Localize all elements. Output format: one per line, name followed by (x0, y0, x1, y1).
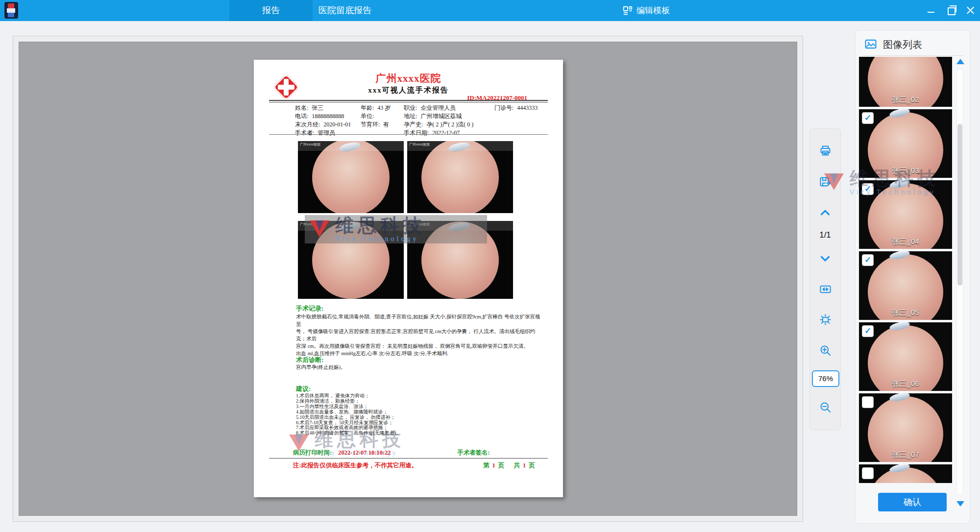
zoom-out-button[interactable] (815, 397, 835, 417)
header-divider (862, 55, 963, 56)
thumbnail-checkbox[interactable] (862, 467, 874, 479)
patient-field: 节育环:有 (361, 121, 404, 129)
disclaimer-note: 注:此报告仅供临床医生参考，不作其它用途。 (293, 461, 417, 470)
suggestion-item: 5.10天后阴道出血未止， 应复诊， 勿擅进补； (296, 415, 543, 420)
in-image-watermark: 广州xxxx医院 (409, 142, 430, 147)
diagnosis-heading: 术后诊断: (296, 356, 323, 364)
thumbnail-label: 张三_03 (859, 166, 952, 175)
thumbnail-checkbox[interactable] (862, 183, 874, 195)
surgery-record-body: 术中取膀胱截石位,常规消毒外阴、阴道,查子宫前位,如妊娠 天大小,探针探宫腔9c… (296, 313, 543, 357)
in-image-watermark: 广州xxxx医院 (300, 142, 320, 147)
suggestion-item: 4.如阴道出血量多、发热、腹痛随时就诊； (296, 410, 543, 415)
page-indicator: 1/1 (810, 230, 840, 240)
thumbnail-checkbox[interactable] (862, 254, 874, 266)
thumbnail-label: 张三_06 (859, 379, 952, 388)
tab-report[interactable]: 报告 (229, 0, 313, 21)
patient-field: 手术日期:2022-12-07 (404, 129, 494, 137)
report-viewport: 广州xxxx医院 xxx可视人流手术报告 ID:MA20221207-0001 … (19, 42, 797, 516)
app-window: 报告 医院留底报告 编辑模板 广州xxxx医院 xxx (0, 0, 980, 532)
report-viewer-frame: 广州xxxx医院 xxx可视人流手术报告 ID:MA20221207-0001 … (13, 36, 803, 522)
window-controls (921, 0, 980, 21)
diagnosis-text: 宫内早孕(终止妊娠)。 (296, 364, 346, 371)
suggestions-heading: 建议: (296, 385, 311, 393)
scroll-down-icon[interactable] (956, 501, 964, 507)
patient-field: 孕产史:孕( 2 )产( 2 )流( 0 ) (404, 121, 494, 129)
patient-field: 末次月经:2020-01-01 (295, 121, 361, 129)
surgery-record-heading: 手术记录: (296, 304, 323, 313)
header-rule (269, 100, 548, 102)
patient-field: 职业:企业管理人员 (404, 104, 494, 112)
endoscope-image: 广州xxxx医院 (298, 141, 404, 213)
report-page: 广州xxxx医院 xxx可视人流手术报告 ID:MA20221207-0001 … (254, 60, 563, 497)
thumbnail-checkbox[interactable] (862, 325, 874, 337)
record-line: 术中取膀胱截石位,常规消毒外阴、阴道,查子宫前位,如妊娠 天大小,探针探宫腔9c… (296, 313, 543, 328)
save-export-button[interactable] (815, 172, 835, 192)
print-button[interactable] (815, 141, 835, 160)
patient-row: 电话:18888888888单位:地址:广州增城区荔城 (295, 112, 553, 121)
print-time-value: 2022-12-07 18:10:22 (338, 449, 391, 456)
patient-field: 姓名:张三 (295, 104, 361, 112)
thumbnail-item[interactable]: 张三_03 (859, 109, 952, 178)
scroll-up-icon[interactable] (956, 59, 964, 64)
patient-field (361, 129, 404, 137)
endoscope-image: 广州xxxx医院 (298, 221, 404, 299)
zoom-in-button[interactable] (815, 340, 835, 360)
in-image-watermark: 广州xxxx医院 (409, 222, 430, 227)
patient-field: 地址:广州增城区荔城 (404, 112, 494, 121)
image-list-header: 图像列表 (856, 35, 970, 55)
endoscope-image-grid: 广州xxxx医院 广州xxxx医院 广州xxxx医院 广州xxxx医院 (298, 141, 514, 299)
endoscope-image: 广州xxxx医院 (407, 221, 513, 299)
zoom-level-indicator: 76% (812, 370, 839, 387)
thumbnail-label: 张三_07 (859, 450, 952, 459)
image-list-icon (864, 37, 878, 51)
edit-template-button[interactable]: 编辑模板 (622, 0, 670, 21)
confirm-button[interactable]: 确认 (878, 493, 947, 511)
fit-screen-button[interactable] (815, 310, 835, 329)
hospital-name: 广州xxxx医院 (254, 72, 563, 85)
thumbnail-item[interactable]: 张三_05 (859, 251, 952, 320)
page-info: 第1页 共1页 (483, 461, 536, 470)
patient-field: 单位: (361, 112, 404, 121)
patient-rule (269, 134, 548, 135)
thumbnail-label: 张三_05 (859, 308, 952, 317)
patient-field: 门诊号:4443333 (494, 104, 538, 112)
footer-rule (269, 458, 548, 459)
restore-icon[interactable] (941, 0, 960, 21)
in-image-watermark: 广州xxxx医院 (300, 222, 320, 227)
record-line: 出血 ml,血压维持于 mmHg左右,心率 次/分左右,呼吸 次/分,手术顺利. (296, 350, 543, 357)
surgeon-signature-label: 手术者签名: (457, 449, 490, 457)
image-list-panel: 图像列表 张三_02 张三_03 (855, 30, 970, 524)
thumbnail-checkbox[interactable] (862, 112, 874, 124)
endoscope-image: 广州xxxx医院 (407, 141, 513, 213)
record-line: 宫深 cm。再次用摄像吸引管探查宫腔： 未见明显妊娠物残留， 双侧宫角可见,双输… (296, 342, 543, 350)
scrollbar-thumb[interactable] (957, 124, 962, 286)
suggestions-list: 1.术后休息两周， 避免体力劳动；2.保持外阴清洁， 勤换经垫；3.一月内禁性生… (296, 393, 543, 436)
patient-field: 年龄:43 岁 (361, 104, 404, 112)
thumbnail-item[interactable]: 张三_02 (859, 57, 952, 107)
patient-row: 末次月经:2020-01-01节育环:有孕产史:孕( 2 )产( 2 )流( 0… (295, 121, 553, 129)
thumbnail-item[interactable] (859, 464, 952, 483)
patient-info: 姓名:张三年龄:43 岁职业:企业管理人员门诊号:4443333 电话:1888… (295, 104, 553, 137)
patient-row: 姓名:张三年龄:43 岁职业:企业管理人员门诊号:4443333 (295, 104, 553, 112)
thumbnail-label: 张三_02 (859, 95, 952, 104)
template-icon (622, 5, 633, 16)
close-icon[interactable] (960, 0, 980, 21)
page-up-button[interactable] (815, 203, 835, 222)
patient-row: 手术者:管理员手术日期:2022-12-07 (295, 129, 553, 137)
thumbnail-list: 张三_02 张三_03 张三_04 (859, 57, 953, 483)
thumbnail-item[interactable]: 张三_07 (859, 393, 952, 462)
tab-hospital-archive-report[interactable]: 医院留底报告 (313, 0, 377, 21)
print-time-label: 病历打印时间: (293, 449, 332, 456)
thumbnail-item[interactable]: 张三_06 (859, 322, 952, 391)
title-bar: 报告 医院留底报告 编辑模板 (0, 0, 980, 21)
thumbnail-checkbox[interactable] (862, 396, 874, 408)
edit-template-label: 编辑模板 (637, 5, 670, 16)
minimize-icon[interactable] (921, 0, 941, 21)
suggestion-item: 8.术后48小时内请勿驾车、高危作业(无痛患者)。 (296, 431, 543, 436)
fit-width-button[interactable] (815, 279, 835, 299)
footer-line: 病历打印时间: 2022-12-07 18:10:22 手术者签名: (293, 449, 548, 457)
viewer-toolbar: 1/1 76% (809, 128, 841, 430)
thumbnail-item[interactable]: 张三_04 (859, 180, 952, 249)
page-down-button[interactable] (815, 249, 835, 268)
image-list-title: 图像列表 (883, 38, 922, 51)
